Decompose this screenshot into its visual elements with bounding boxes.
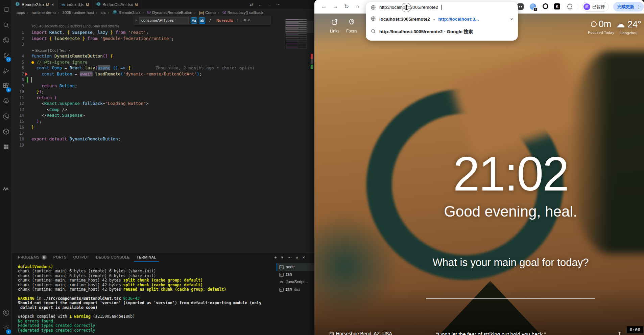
terminal-cursor [18,333,20,335]
panel-close-icon[interactable]: × [302,255,305,260]
find-next-icon[interactable]: ↓ [240,18,242,23]
breadcrumb-item[interactable]: apps [17,10,25,15]
finish-update-button[interactable]: 完成更新 ⋮ [613,2,644,12]
explorer-icon[interactable] [0,3,12,16]
find-in-selection-icon[interactable]: ≡ [244,18,246,23]
breadcrumb-item[interactable]: Remote2.tsx [106,10,140,15]
browser-window: ← → ↻ ⌂ 1 K 航 已暂停 完成更新 ⋮ http://localhos… [314,0,644,335]
panel-maximize-icon[interactable]: ∧ [296,255,298,259]
line-number: 7 [12,71,24,77]
code-line: 6 const Comp = React.lazy(async () => { … [12,65,314,71]
terminal-dropdown-icon[interactable]: ∨ [281,255,283,259]
translate-extension-icon[interactable]: 1 [530,3,536,10]
go-back-icon[interactable]: ← [258,2,262,7]
find-expand-icon[interactable]: › [136,18,137,23]
breadcrumb-item[interactable]: [@]Comp [192,10,216,15]
tab-label: ButtonOldAnt.tsx [102,2,133,7]
focused-today-widget[interactable]: 0m Focused Today [588,19,614,35]
source-control-icon[interactable]: 47 [0,49,12,62]
remove-suggestion-icon[interactable]: × [510,16,513,22]
line-number: 2 [12,36,24,42]
code-line: 7 const Button = await loadRemote('dynam… [12,71,314,77]
find-input[interactable]: consumeAPITypes [139,17,189,24]
goal-input[interactable] [426,298,595,299]
whole-word-toggle[interactable]: ab [199,17,205,24]
paused-pill-button[interactable]: 航 已暂停 [582,2,609,12]
browser-back-icon[interactable]: ← [321,3,327,10]
line-number: 3 [12,42,24,48]
code-line: 2import { loadRemote } from '@module-fed… [12,36,314,42]
links-button[interactable]: Links [330,18,339,34]
codelens-row[interactable]: ✦ Explain | Doc | Test | × [12,47,314,53]
ruler-error-mark [311,54,313,59]
breadcrumb-item[interactable]: src [94,10,106,15]
close-tab-icon[interactable]: × [52,2,54,7]
weather-widget[interactable]: ☁ 24° Hangzhou [616,19,641,35]
search-icon[interactable] [0,19,12,31]
terminal-line: default export is available soon) [18,306,261,310]
browser-forward-icon[interactable]: → [333,3,338,10]
breadcrumb-item[interactable]: DynamicRemoteButton [141,10,192,15]
find-close-icon[interactable]: × [248,18,250,23]
editor-tab[interactable]: ButtonOldAnt.tsxM [93,0,141,9]
breadcrumb-item[interactable]: runtime-demo [25,10,56,15]
extensions-puzzle-icon[interactable] [567,3,573,11]
code-line: 4function DynamicRemoteButton() { [12,53,314,59]
panel-tab-debug-console[interactable]: DEBUG CONSOLE [93,252,133,262]
more-actions-icon[interactable]: ⋯ [276,2,281,7]
new-terminal-icon[interactable]: + [274,255,277,260]
browser-home-icon[interactable]: ⌂ [356,3,359,10]
line-number: 18 [12,136,24,142]
terminal-list-item[interactable]: >_node [277,263,314,271]
breadcrumb-item[interactable]: 3005-runtime-host [56,10,94,15]
todo-tree-icon[interactable] [0,95,12,108]
run-debug-icon[interactable] [0,64,12,77]
regex-toggle[interactable]: .* [207,17,213,24]
panel-tab-output[interactable]: OUTPUT [71,252,92,262]
editor-tab[interactable]: TSindex.d.tsM [58,0,93,9]
code-editor[interactable]: You, 43 seconds ago | 2 authors (Zhou xi… [12,16,314,252]
omnibox-suggestion[interactable]: http://localhost:3005/remote2 - Google 搜… [366,25,518,38]
terminal-list-item[interactable]: >_zshdist [277,286,314,293]
open-changes-icon[interactable]: ⇄ [249,2,253,7]
settings-gear-icon[interactable]: 1 [0,321,12,334]
codelens-actions[interactable]: ✦ Explain | Doc | Test | × [31,48,71,52]
omnibox-suggestion[interactable]: localhost:3005/remote2 - http://localhos… [366,13,518,25]
term-icon: >_ [279,287,284,292]
term-icon: >_ [279,265,284,270]
minimap[interactable] [285,19,313,50]
panel-more-icon[interactable]: ⋯ [287,255,292,260]
find-prev-icon[interactable]: ↑ [236,18,238,23]
recording-timer: 0:00 [627,326,643,333]
terminal-output[interactable]: defaultVendors)chunk (runtime: main) 6 b… [18,265,261,335]
browser-menu-icon[interactable]: ⋮ [637,4,641,9]
accounts-icon[interactable] [0,306,12,319]
extensions-icon[interactable]: 4 [0,80,12,92]
go-forward-icon[interactable]: → [267,2,271,7]
clock: 21:02 [314,146,644,202]
bottom-panel: PROBLEMS8PORTSOUTPUTDEBUG CONSOLETERMINA… [12,252,314,335]
terminal-list-item[interactable]: ⚙JavaScript... [277,278,314,286]
panel-tab-problems[interactable]: PROBLEMS8 [15,252,49,262]
focus-button[interactable]: Focus [346,18,357,34]
circle-extension-icon[interactable] [543,3,548,9]
gitlens-icon[interactable] [0,34,12,47]
m-squiggle-icon[interactable] [0,183,12,196]
editor-cursor [31,77,32,83]
panel-tab-ports[interactable]: PORTS [51,252,69,262]
breadcrumb-item[interactable]: React.lazy() callback [216,10,263,15]
match-case-toggle[interactable]: Aa [191,17,197,24]
todo-link[interactable]: T [618,331,621,335]
code-line: 18export default DynamicRemoteButton; [12,136,314,142]
address-bar[interactable]: http://localhost:3005/remote2 [366,2,518,13]
grid-icon[interactable] [0,140,12,153]
panel-tab-terminal[interactable]: TERMINAL [134,252,159,262]
editor-tab[interactable]: Remote2.tsxM× [12,0,58,9]
gitlens-inspect-icon[interactable] [0,110,12,123]
extension-badge: 1 [533,7,538,11]
terminal-list-item[interactable]: >_zsh [277,271,314,278]
browser-reload-icon[interactable]: ↻ [344,3,349,10]
domino-extension-icon[interactable] [517,3,524,10]
k-extension-icon[interactable]: K [554,3,560,9]
container-tools-icon[interactable] [0,125,12,138]
